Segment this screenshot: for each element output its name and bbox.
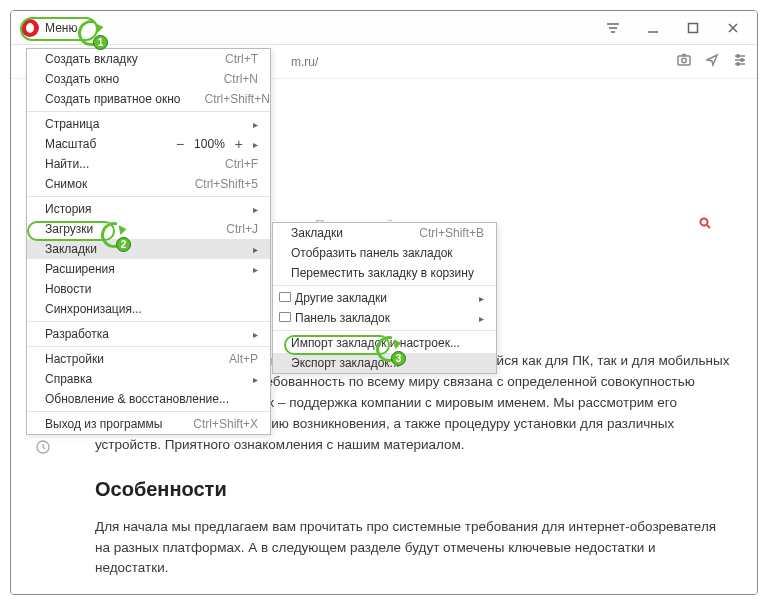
submenu-item-bookmarks[interactable]: ЗакладкиCtrl+Shift+B — [273, 223, 496, 243]
menu-item-news[interactable]: Новости — [27, 279, 270, 299]
address-bar-actions — [677, 53, 747, 70]
svg-point-4 — [741, 59, 744, 62]
zoom-in-button[interactable]: + — [235, 137, 243, 151]
folder-icon — [279, 292, 291, 302]
submenu-item-other-bookmarks[interactable]: Другие закладки▸ — [273, 288, 496, 308]
menu-item-snapshot[interactable]: СнимокCtrl+Shift+5 — [27, 174, 270, 194]
menu-separator — [27, 411, 270, 412]
menu-item-find[interactable]: Найти...Ctrl+F — [27, 154, 270, 174]
chevron-right-icon: ▸ — [253, 139, 258, 150]
step-badge-2: 2 — [101, 222, 127, 248]
zoom-percent: 100% — [194, 137, 225, 151]
highlight-box-3 — [284, 335, 390, 355]
menu-item-developer[interactable]: Разработка▸ — [27, 324, 270, 344]
menu-item-page[interactable]: Страница▸ — [27, 114, 270, 134]
menu-item-settings[interactable]: НастройкиAlt+P — [27, 349, 270, 369]
article-heading: Особенности — [95, 474, 731, 505]
menu-separator — [27, 196, 270, 197]
settings-slider-icon[interactable] — [733, 53, 747, 70]
history-sidebar-icon[interactable] — [35, 439, 51, 455]
menu-item-exit[interactable]: Выход из программыCtrl+Shift+X — [27, 414, 270, 434]
menu-separator — [273, 285, 496, 286]
chevron-right-icon: ▸ — [479, 293, 484, 304]
menu-item-bookmarks[interactable]: Закладки▸ — [27, 239, 270, 259]
chevron-right-icon: ▸ — [253, 374, 258, 385]
close-button[interactable] — [713, 13, 753, 43]
menu-item-new-private[interactable]: Создать приватное окноCtrl+Shift+N — [27, 89, 270, 109]
easy-setup-icon[interactable] — [593, 13, 633, 43]
window-controls — [593, 13, 753, 43]
chevron-right-icon: ▸ — [253, 204, 258, 215]
url-fragment: m.ru/ — [291, 55, 318, 69]
svg-point-5 — [737, 63, 740, 66]
chevron-right-icon: ▸ — [253, 244, 258, 255]
svg-rect-0 — [689, 23, 698, 32]
menu-separator — [273, 330, 496, 331]
zoom-out-button[interactable]: − — [176, 137, 184, 151]
maximize-button[interactable] — [673, 13, 713, 43]
menu-item-zoom[interactable]: Масштаб − 100% + ▸ — [27, 134, 270, 154]
menu-item-new-tab[interactable]: Создать вкладкуCtrl+T — [27, 49, 270, 69]
menu-separator — [27, 111, 270, 112]
step-badge-1: 1 — [78, 20, 104, 46]
menu-item-new-window[interactable]: Создать окноCtrl+N — [27, 69, 270, 89]
article-paragraph: Для начала мы предлагаем вам прочитать п… — [95, 517, 731, 580]
menu-item-update[interactable]: Обновление & восстановление... — [27, 389, 270, 409]
svg-point-7 — [701, 219, 708, 226]
menu-item-sync[interactable]: Синхронизация... — [27, 299, 270, 319]
chevron-right-icon: ▸ — [253, 264, 258, 275]
titlebar: Меню — [11, 11, 757, 45]
menu-separator — [27, 321, 270, 322]
send-icon[interactable] — [705, 53, 719, 70]
search-icon[interactable] — [699, 215, 711, 233]
chevron-right-icon: ▸ — [479, 313, 484, 324]
svg-rect-1 — [678, 56, 690, 65]
submenu-item-bookmarks-panel[interactable]: Панель закладок▸ — [273, 308, 496, 328]
menu-item-help[interactable]: Справка▸ — [27, 369, 270, 389]
menu-item-history[interactable]: История▸ — [27, 199, 270, 219]
menu-separator — [27, 346, 270, 347]
svg-point-2 — [682, 58, 686, 62]
chevron-right-icon: ▸ — [253, 329, 258, 340]
main-menu: Создать вкладкуCtrl+T Создать окноCtrl+N… — [26, 48, 271, 435]
minimize-button[interactable] — [633, 13, 673, 43]
submenu-item-trash[interactable]: Переместить закладку в корзину — [273, 263, 496, 283]
chevron-right-icon: ▸ — [253, 119, 258, 130]
submenu-item-show-bar[interactable]: Отобразить панель закладок — [273, 243, 496, 263]
step-badge-3: 3 — [376, 336, 402, 362]
folder-icon — [279, 312, 291, 322]
svg-point-3 — [737, 55, 740, 58]
menu-item-extensions[interactable]: Расширения▸ — [27, 259, 270, 279]
snapshot-icon[interactable] — [677, 53, 691, 70]
